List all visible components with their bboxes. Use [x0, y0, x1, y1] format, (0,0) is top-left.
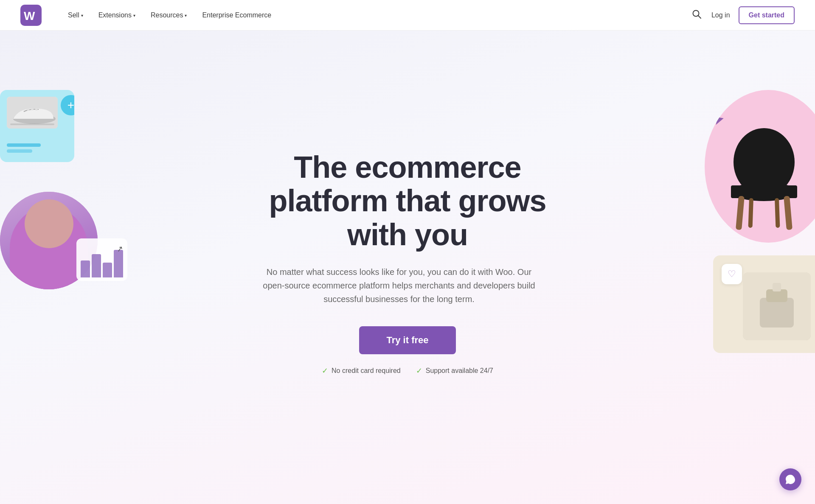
deco-right-top: ➤	[696, 90, 815, 243]
nav-resources[interactable]: Resources ▾	[145, 8, 193, 22]
chart-bar	[103, 263, 112, 277]
deco-heart-icon: ♡	[722, 264, 742, 284]
svg-point-6	[27, 108, 29, 111]
svg-rect-15	[775, 198, 780, 228]
hero-title: The ecommerce platform that grows with y…	[255, 151, 560, 252]
hero-badges: ✓ No credit card required ✓ Support avai…	[255, 366, 560, 375]
chart-bar	[92, 254, 101, 277]
svg-rect-12	[736, 196, 745, 230]
svg-rect-14	[748, 198, 753, 228]
nav-right: Log in Get started	[690, 6, 795, 24]
svg-point-8	[35, 108, 38, 111]
support-label: Support available 24/7	[426, 367, 493, 375]
deco-chair	[722, 107, 807, 234]
nav-sell[interactable]: Sell ▾	[62, 8, 89, 22]
deco-product-card: +	[0, 90, 74, 162]
svg-rect-17	[760, 298, 794, 328]
try-free-button[interactable]: Try it free	[359, 326, 455, 354]
deco-bar-1	[7, 143, 41, 147]
svg-text:W: W	[24, 9, 35, 22]
support-badge: ✓ Support available 24/7	[416, 366, 493, 375]
deco-product-right: ♡	[713, 255, 815, 353]
nav-enterprise[interactable]: Enterprise Ecommerce	[196, 8, 277, 22]
nav-extensions[interactable]: Extensions ▾	[93, 8, 141, 22]
hero-content: The ecommerce platform that grows with y…	[255, 151, 560, 375]
svg-point-7	[31, 108, 34, 110]
login-link[interactable]: Log in	[711, 11, 730, 19]
no-credit-card-badge: ✓ No credit card required	[322, 366, 401, 375]
navbar: W Sell ▾ Extensions ▾ Resources ▾ Enterp…	[0, 0, 815, 31]
chart-bar	[81, 260, 90, 277]
search-button[interactable]	[690, 8, 703, 22]
get-started-button[interactable]: Get started	[739, 6, 795, 24]
deco-bar-2	[7, 149, 32, 153]
deco-soap-image	[743, 272, 811, 340]
hero-subtitle: No matter what success looks like for yo…	[255, 265, 543, 306]
deco-plus-icon: +	[61, 95, 74, 115]
no-credit-card-label: No credit card required	[332, 367, 401, 375]
hero-section: + ↗ ➤ ♡	[0, 31, 815, 504]
check-icon: ✓	[416, 366, 422, 375]
svg-rect-19	[773, 283, 781, 291]
logo[interactable]: W	[20, 5, 42, 26]
nav-links: Sell ▾ Extensions ▾ Resources ▾ Enterpri…	[62, 8, 690, 22]
svg-rect-13	[784, 196, 793, 230]
chevron-down-icon: ▾	[185, 13, 187, 18]
chat-bubble-button[interactable]	[779, 468, 801, 490]
chevron-down-icon: ▾	[133, 13, 135, 18]
chevron-down-icon: ▾	[81, 13, 83, 18]
chart-trend-icon: ↗	[116, 244, 124, 254]
deco-chart-card: ↗	[76, 238, 127, 281]
check-icon: ✓	[322, 366, 328, 375]
deco-sneaker-image	[7, 97, 58, 129]
svg-line-3	[698, 16, 701, 19]
